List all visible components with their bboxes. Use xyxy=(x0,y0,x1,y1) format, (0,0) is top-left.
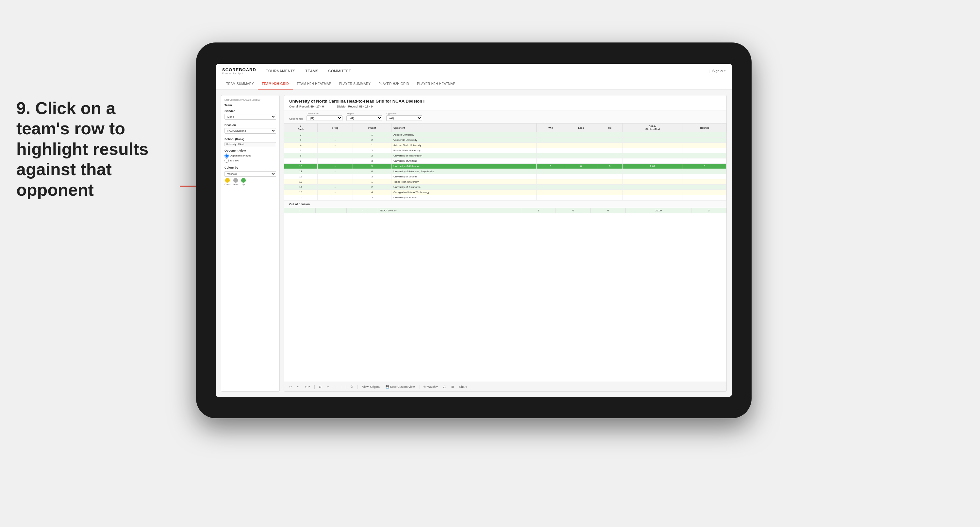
legend-up: Up xyxy=(241,178,246,186)
colour-by-label: Colour by xyxy=(224,166,276,169)
cell-win xyxy=(536,195,565,200)
table-row[interactable]: 10 - 5 University of Alabama 3 0 0 2.61 … xyxy=(284,164,726,169)
cell-tie xyxy=(597,148,622,153)
cell-rounds xyxy=(683,195,726,200)
nav-committee[interactable]: COMMITTEE xyxy=(328,68,352,74)
watch-button[interactable]: 👁 Watch ▾ xyxy=(422,385,439,389)
cell-tie xyxy=(597,179,622,185)
cell-opponent: Vanderbilt University xyxy=(391,137,536,143)
legend: Down Level Up xyxy=(224,178,276,186)
cell-rounds xyxy=(683,132,726,137)
print-button[interactable]: 🖨 xyxy=(442,385,447,389)
tab-player-summary[interactable]: PLAYER SUMMARY xyxy=(335,78,375,89)
table-row[interactable]: 2 - 1 Auburn University xyxy=(284,132,726,137)
panel-records: Overall Record: 89 - 17 - 0 Division Rec… xyxy=(289,105,721,108)
table-body: 2 - 1 Auburn University 3 - 2 Vanderbilt… xyxy=(284,132,726,200)
cell-rank: 14 xyxy=(284,185,318,190)
opponent-select[interactable]: (All) xyxy=(386,115,422,121)
region-select[interactable]: (All) xyxy=(346,115,382,121)
table-row[interactable]: 4 - 1 Arizona State University xyxy=(284,143,726,148)
overall-record: Overall Record: 89 - 17 - 0 xyxy=(289,105,324,108)
col-tie: Tie xyxy=(597,124,622,132)
cell-loss xyxy=(565,190,597,195)
table-row[interactable]: 15 - 4 Georgia Institute of Technology xyxy=(284,190,726,195)
sign-out-button[interactable]: Sign out xyxy=(713,69,725,73)
radio-opponents-played-input[interactable] xyxy=(224,154,229,158)
cell-rounds xyxy=(683,190,726,195)
cell-loss xyxy=(565,137,597,143)
toolbar-sep-4: | xyxy=(418,385,420,389)
top-nav: SCOREBOARD Powered by clippi TOURNAMENTS… xyxy=(216,64,732,78)
cell-rank: 3 xyxy=(284,137,318,143)
cell-loss xyxy=(565,169,597,174)
tab-team-h2h-heatmap[interactable]: TEAM H2H HEATMAP xyxy=(293,78,335,89)
radio-opponents-played[interactable]: Opponents Played xyxy=(224,154,276,158)
cell-reg: - xyxy=(317,174,353,179)
dot1-button[interactable]: · xyxy=(333,385,337,389)
tab-player-h2h-grid[interactable]: PLAYER H2H GRID xyxy=(374,78,413,89)
clock-button[interactable]: ⏱ xyxy=(349,385,355,389)
save-custom-view-button[interactable]: 💾 Save Custom View xyxy=(384,385,416,389)
clip-button[interactable]: ✂ xyxy=(326,385,331,389)
cell-rank: 10 xyxy=(284,164,318,169)
table-row[interactable]: 16 - 3 University of Florida xyxy=(284,195,726,200)
radio-top100[interactable]: Top 100 xyxy=(224,158,276,163)
out-of-division-row[interactable]: - - - NCAA Division II 1 0 0 26.00 3 xyxy=(284,208,726,213)
cell-opponent: Auburn University xyxy=(391,132,536,137)
legend-down: Down xyxy=(224,178,231,186)
gender-select[interactable]: Men's xyxy=(224,114,276,119)
cell-conf: 2 xyxy=(353,148,391,153)
table-row[interactable]: 6 - 2 Florida State University xyxy=(284,148,726,153)
table-row[interactable]: 9 - 3 University of Arizona xyxy=(284,158,726,164)
tab-team-summary[interactable]: TEAM SUMMARY xyxy=(222,78,258,89)
cell-loss xyxy=(565,148,597,153)
table-row[interactable]: 13 - 1 Texas Tech University xyxy=(284,179,726,185)
cell-reg: - xyxy=(317,195,353,200)
radio-top100-input[interactable] xyxy=(224,158,229,163)
cell-rank: 4 xyxy=(284,143,318,148)
col-rank: #Rank xyxy=(284,124,318,132)
nav-tournaments[interactable]: TOURNAMENTS xyxy=(266,68,295,74)
cell-tie xyxy=(597,169,622,174)
cell-reg: - xyxy=(317,179,353,185)
cell-win xyxy=(536,143,565,148)
table-row[interactable]: 14 - 2 University of Oklahoma xyxy=(284,185,726,190)
view-original-button[interactable]: View: Original xyxy=(361,385,381,389)
cell-rounds: 8 xyxy=(683,164,726,169)
colour-by-select[interactable]: Win/loss xyxy=(224,171,276,177)
cell-loss xyxy=(565,185,597,190)
cell-opponent: University of Washington xyxy=(391,153,536,158)
tablet-device: SCOREBOARD Powered by clippi TOURNAMENTS… xyxy=(196,43,752,418)
undo-button[interactable]: ↩ xyxy=(288,385,293,389)
cell-conf: 1 xyxy=(353,179,391,185)
division-select[interactable]: NCAA Division I xyxy=(224,128,276,134)
share-button[interactable]: Share xyxy=(458,385,468,389)
cell-rank: 12 xyxy=(284,174,318,179)
tab-player-h2h-heatmap[interactable]: PLAYER H2H HEATMAP xyxy=(413,78,459,89)
tab-team-h2h-grid[interactable]: TEAM H2H GRID xyxy=(258,78,293,89)
cell-win xyxy=(536,132,565,137)
cell-reg: - xyxy=(317,153,353,158)
cell-opponent: University of Alabama xyxy=(391,164,536,169)
cell-loss xyxy=(565,143,597,148)
table-row[interactable]: 3 - 2 Vanderbilt University xyxy=(284,137,726,143)
redo-button[interactable]: ↪ xyxy=(296,385,301,389)
dot2-button[interactable]: · xyxy=(339,385,343,389)
logo-text: SCOREBOARD xyxy=(222,67,256,72)
cell-tie xyxy=(597,190,622,195)
cell-rounds xyxy=(683,169,726,174)
table-row[interactable]: 12 - 3 University of Virginia xyxy=(284,174,726,179)
cell-loss xyxy=(565,153,597,158)
table-row[interactable]: 8 - 2 University of Washington xyxy=(284,153,726,158)
conference-select[interactable]: (All) xyxy=(307,115,342,121)
grid2-button[interactable]: ⊞ xyxy=(450,385,455,389)
table-row[interactable]: 11 - 6 University of Arkansas, Fayettevi… xyxy=(284,169,726,174)
grid-button[interactable]: ⊞ xyxy=(318,385,323,389)
col-rounds: Rounds xyxy=(683,124,726,132)
cell-rank: 8 xyxy=(284,153,318,158)
main-content: Last Updated: 27/03/2024 16:55:38 Team G… xyxy=(216,90,732,397)
cell-diff xyxy=(622,190,682,195)
reset-button[interactable]: ↩↩ xyxy=(304,385,312,389)
nav-teams[interactable]: TEAMS xyxy=(305,68,318,74)
cell-conf: 1 xyxy=(353,132,391,137)
